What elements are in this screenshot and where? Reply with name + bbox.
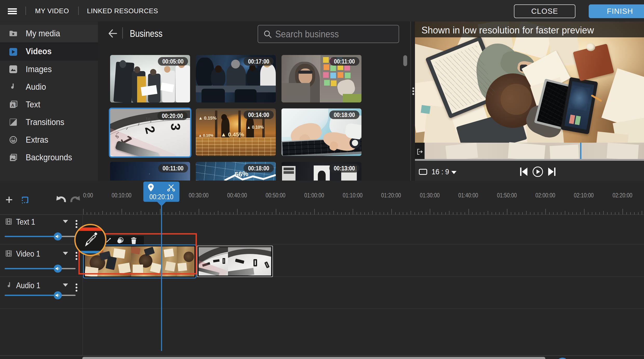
- svg-text:A: A: [11, 103, 14, 108]
